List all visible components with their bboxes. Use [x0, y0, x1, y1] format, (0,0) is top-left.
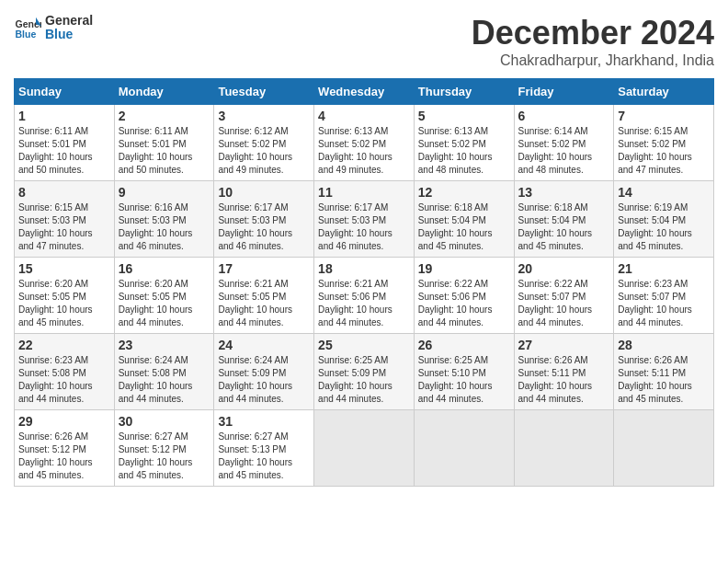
day-number: 3 — [218, 109, 310, 123]
header-day: Sunday — [15, 79, 115, 105]
calendar-cell: 6 Sunrise: 6:14 AM Sunset: 5:02 PM Dayli… — [514, 105, 614, 181]
calendar-cell: 11 Sunrise: 6:17 AM Sunset: 5:03 PM Dayl… — [314, 181, 415, 258]
calendar-cell: 25 Sunrise: 6:25 AM Sunset: 5:09 PM Dayl… — [314, 334, 415, 410]
day-info: Sunrise: 6:13 AM Sunset: 5:02 PM Dayligh… — [318, 125, 410, 177]
header: General Blue General Blue December 2024 … — [14, 14, 714, 69]
calendar-cell: 18 Sunrise: 6:21 AM Sunset: 5:06 PM Dayl… — [314, 258, 415, 334]
calendar-week-row: 8 Sunrise: 6:15 AM Sunset: 5:03 PM Dayli… — [15, 181, 714, 258]
day-number: 8 — [18, 185, 110, 200]
day-number: 30 — [119, 414, 210, 429]
calendar-cell: 21 Sunrise: 6:23 AM Sunset: 5:07 PM Dayl… — [614, 258, 714, 334]
day-number: 29 — [18, 414, 110, 429]
day-info: Sunrise: 6:22 AM Sunset: 5:06 PM Dayligh… — [418, 278, 510, 329]
day-number: 16 — [119, 261, 210, 276]
calendar-cell: 9 Sunrise: 6:16 AM Sunset: 5:03 PM Dayli… — [114, 181, 214, 258]
header-day: Saturday — [614, 79, 714, 105]
day-number: 31 — [218, 414, 310, 429]
day-info: Sunrise: 6:23 AM Sunset: 5:08 PM Dayligh… — [18, 354, 110, 406]
day-info: Sunrise: 6:17 AM Sunset: 5:03 PM Dayligh… — [318, 201, 410, 253]
main-title: December 2024 — [472, 14, 714, 52]
day-info: Sunrise: 6:22 AM Sunset: 5:07 PM Dayligh… — [518, 278, 610, 329]
calendar-cell: 28 Sunrise: 6:26 AM Sunset: 5:11 PM Dayl… — [614, 334, 714, 410]
day-info: Sunrise: 6:25 AM Sunset: 5:09 PM Dayligh… — [318, 354, 410, 406]
calendar-cell: 8 Sunrise: 6:15 AM Sunset: 5:03 PM Dayli… — [15, 181, 115, 258]
calendar-cell: 7 Sunrise: 6:15 AM Sunset: 5:02 PM Dayli… — [614, 105, 714, 181]
day-info: Sunrise: 6:16 AM Sunset: 5:03 PM Dayligh… — [119, 201, 210, 253]
day-number: 28 — [618, 338, 710, 352]
day-number: 12 — [418, 185, 510, 200]
day-number: 22 — [18, 338, 110, 352]
header-row: SundayMondayTuesdayWednesdayThursdayFrid… — [15, 79, 714, 105]
header-day: Thursday — [414, 79, 514, 105]
header-day: Wednesday — [314, 79, 415, 105]
day-info: Sunrise: 6:24 AM Sunset: 5:08 PM Dayligh… — [119, 354, 210, 406]
calendar-cell: 4 Sunrise: 6:13 AM Sunset: 5:02 PM Dayli… — [314, 105, 415, 181]
day-info: Sunrise: 6:15 AM Sunset: 5:02 PM Dayligh… — [618, 125, 710, 177]
calendar-cell — [314, 410, 415, 487]
day-info: Sunrise: 6:19 AM Sunset: 5:04 PM Dayligh… — [618, 201, 710, 253]
day-number: 4 — [318, 109, 410, 123]
calendar-table: SundayMondayTuesdayWednesdayThursdayFrid… — [14, 78, 714, 487]
calendar-cell — [614, 410, 714, 487]
day-number: 23 — [119, 338, 210, 352]
day-number: 14 — [618, 185, 710, 200]
calendar-cell: 24 Sunrise: 6:24 AM Sunset: 5:09 PM Dayl… — [214, 334, 314, 410]
day-info: Sunrise: 6:11 AM Sunset: 5:01 PM Dayligh… — [18, 125, 110, 177]
day-info: Sunrise: 6:12 AM Sunset: 5:02 PM Dayligh… — [218, 125, 310, 177]
calendar-cell: 5 Sunrise: 6:13 AM Sunset: 5:02 PM Dayli… — [414, 105, 514, 181]
day-number: 27 — [518, 338, 610, 352]
logo-blue: Blue — [45, 28, 93, 41]
day-info: Sunrise: 6:27 AM Sunset: 5:12 PM Dayligh… — [119, 431, 210, 482]
day-info: Sunrise: 6:11 AM Sunset: 5:01 PM Dayligh… — [119, 125, 210, 177]
day-info: Sunrise: 6:18 AM Sunset: 5:04 PM Dayligh… — [418, 201, 510, 253]
day-number: 5 — [418, 109, 510, 123]
day-info: Sunrise: 6:21 AM Sunset: 5:06 PM Dayligh… — [318, 278, 410, 329]
day-number: 13 — [518, 185, 610, 200]
calendar-cell — [414, 410, 514, 487]
day-info: Sunrise: 6:14 AM Sunset: 5:02 PM Dayligh… — [518, 125, 610, 177]
header-day: Monday — [114, 79, 214, 105]
day-number: 15 — [18, 261, 110, 276]
day-number: 9 — [119, 185, 210, 200]
calendar-cell: 20 Sunrise: 6:22 AM Sunset: 5:07 PM Dayl… — [514, 258, 614, 334]
day-info: Sunrise: 6:27 AM Sunset: 5:13 PM Dayligh… — [218, 431, 310, 482]
calendar-cell: 2 Sunrise: 6:11 AM Sunset: 5:01 PM Dayli… — [114, 105, 214, 181]
day-info: Sunrise: 6:20 AM Sunset: 5:05 PM Dayligh… — [119, 278, 210, 329]
calendar-cell: 14 Sunrise: 6:19 AM Sunset: 5:04 PM Dayl… — [614, 181, 714, 258]
header-day: Tuesday — [214, 79, 314, 105]
calendar-cell: 23 Sunrise: 6:24 AM Sunset: 5:08 PM Dayl… — [114, 334, 214, 410]
calendar-week-row: 15 Sunrise: 6:20 AM Sunset: 5:05 PM Dayl… — [15, 258, 714, 334]
logo-icon: General Blue — [14, 14, 41, 41]
day-info: Sunrise: 6:26 AM Sunset: 5:11 PM Dayligh… — [618, 354, 710, 406]
calendar-cell: 29 Sunrise: 6:26 AM Sunset: 5:12 PM Dayl… — [15, 410, 115, 487]
calendar-cell: 30 Sunrise: 6:27 AM Sunset: 5:12 PM Dayl… — [114, 410, 214, 487]
day-info: Sunrise: 6:26 AM Sunset: 5:12 PM Dayligh… — [18, 431, 110, 482]
calendar-cell — [514, 410, 614, 487]
day-number: 11 — [318, 185, 410, 200]
header-day: Friday — [514, 79, 614, 105]
day-info: Sunrise: 6:18 AM Sunset: 5:04 PM Dayligh… — [518, 201, 610, 253]
day-number: 18 — [318, 261, 410, 276]
calendar-cell: 27 Sunrise: 6:26 AM Sunset: 5:11 PM Dayl… — [514, 334, 614, 410]
day-number: 21 — [618, 261, 710, 276]
calendar-cell: 13 Sunrise: 6:18 AM Sunset: 5:04 PM Dayl… — [514, 181, 614, 258]
day-number: 17 — [218, 261, 310, 276]
calendar-cell: 1 Sunrise: 6:11 AM Sunset: 5:01 PM Dayli… — [15, 105, 115, 181]
day-number: 20 — [518, 261, 610, 276]
calendar-week-row: 29 Sunrise: 6:26 AM Sunset: 5:12 PM Dayl… — [15, 410, 714, 487]
calendar-cell: 31 Sunrise: 6:27 AM Sunset: 5:13 PM Dayl… — [214, 410, 314, 487]
day-info: Sunrise: 6:20 AM Sunset: 5:05 PM Dayligh… — [18, 278, 110, 329]
calendar-week-row: 1 Sunrise: 6:11 AM Sunset: 5:01 PM Dayli… — [15, 105, 714, 181]
day-info: Sunrise: 6:24 AM Sunset: 5:09 PM Dayligh… — [218, 354, 310, 406]
calendar-cell: 12 Sunrise: 6:18 AM Sunset: 5:04 PM Dayl… — [414, 181, 514, 258]
calendar-cell: 3 Sunrise: 6:12 AM Sunset: 5:02 PM Dayli… — [214, 105, 314, 181]
calendar-cell: 15 Sunrise: 6:20 AM Sunset: 5:05 PM Dayl… — [15, 258, 115, 334]
calendar-week-row: 22 Sunrise: 6:23 AM Sunset: 5:08 PM Dayl… — [15, 334, 714, 410]
day-info: Sunrise: 6:17 AM Sunset: 5:03 PM Dayligh… — [218, 201, 310, 253]
day-info: Sunrise: 6:26 AM Sunset: 5:11 PM Dayligh… — [518, 354, 610, 406]
logo: General Blue General Blue — [14, 14, 93, 42]
subtitle: Chakradharpur, Jharkhand, India — [472, 52, 714, 69]
calendar-cell: 10 Sunrise: 6:17 AM Sunset: 5:03 PM Dayl… — [214, 181, 314, 258]
day-number: 24 — [218, 338, 310, 352]
calendar-cell: 22 Sunrise: 6:23 AM Sunset: 5:08 PM Dayl… — [15, 334, 115, 410]
